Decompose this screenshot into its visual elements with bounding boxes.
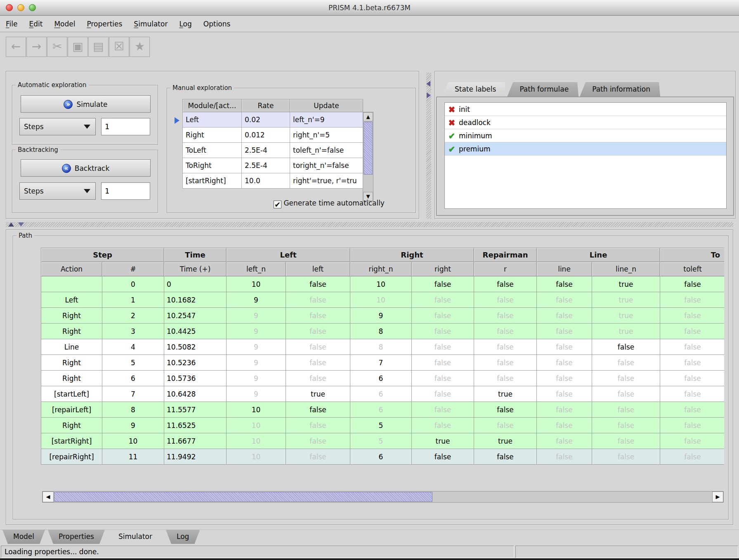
path-cell-left[interactable]: false bbox=[286, 433, 350, 449]
path-cell-time[interactable]: 11.6525 bbox=[164, 418, 227, 433]
simulate-steps-input[interactable]: 1 bbox=[101, 118, 150, 135]
path-cell-r[interactable]: false bbox=[474, 355, 537, 371]
path-cell-left[interactable]: true bbox=[286, 386, 350, 402]
path-cell-left[interactable]: false bbox=[286, 292, 350, 308]
path-row-4[interactable]: Line410.50829false8falsefalsefalsefalsef… bbox=[41, 339, 725, 355]
path-cell-line-n[interactable]: false bbox=[592, 339, 660, 355]
path-cell-r[interactable]: false bbox=[474, 449, 537, 465]
scrollbar-thumb[interactable] bbox=[54, 492, 432, 502]
path-cell-right[interactable]: false bbox=[412, 355, 474, 371]
path-cell-line-n[interactable]: true bbox=[592, 324, 660, 339]
path-cell-action[interactable]: [startRight] bbox=[41, 433, 102, 449]
menu-item-options[interactable]: Options bbox=[203, 16, 231, 32]
path-cell-toleft[interactable]: false bbox=[660, 371, 724, 386]
path-cell-left-n[interactable]: 9 bbox=[227, 355, 286, 371]
path-cell-line[interactable]: false bbox=[537, 449, 592, 465]
path-row-10[interactable]: [startRight]1011.667710false5truetruefal… bbox=[41, 433, 725, 449]
path-cell-toleft[interactable]: false bbox=[660, 276, 724, 292]
scroll-right-icon[interactable]: ▶ bbox=[712, 491, 723, 502]
tab-path-information[interactable]: Path information bbox=[580, 82, 660, 97]
path-cell-line[interactable]: false bbox=[537, 308, 592, 324]
path-cell-left[interactable]: false bbox=[286, 324, 350, 339]
path-cell-step[interactable]: 1 bbox=[102, 292, 164, 308]
path-cell-left-n[interactable]: 10 bbox=[227, 418, 286, 433]
path-cell-r[interactable]: false bbox=[474, 308, 537, 324]
path-cell-time[interactable]: 11.6677 bbox=[164, 433, 227, 449]
path-cell-left-n[interactable]: 10 bbox=[227, 276, 286, 292]
path-cell-right[interactable]: false bbox=[412, 308, 474, 324]
path-cell-action[interactable]: [repairLeft] bbox=[41, 402, 102, 418]
path-cell-r[interactable]: false bbox=[474, 402, 537, 418]
state-label-item-minimum[interactable]: ✔minimum bbox=[445, 129, 726, 142]
path-cell-time[interactable]: 10.5082 bbox=[164, 339, 227, 355]
path-row-5[interactable]: Right510.52369false7falsefalsefalsefalse… bbox=[41, 355, 725, 371]
path-cell-right-n[interactable]: 9 bbox=[350, 308, 412, 324]
path-cell-step[interactable]: 10 bbox=[102, 433, 164, 449]
path-cell-left[interactable]: false bbox=[286, 355, 350, 371]
path-cell-left-n[interactable]: 9 bbox=[227, 324, 286, 339]
path-cell-r[interactable]: false bbox=[474, 418, 537, 433]
path-row-6[interactable]: Right610.57369false6falsefalsefalsefalse… bbox=[41, 371, 725, 386]
star-button[interactable]: ★ bbox=[130, 37, 150, 57]
path-cell-step[interactable]: 11 bbox=[102, 449, 164, 465]
path-cell-action[interactable]: Left bbox=[41, 292, 102, 308]
manual-cell[interactable]: 0.02 bbox=[242, 112, 290, 128]
state-label-item-init[interactable]: ✖init bbox=[445, 103, 726, 116]
cut-button[interactable]: ✂ bbox=[47, 37, 67, 57]
manual-row-right[interactable]: Right0.012right_n'=5 bbox=[183, 128, 363, 143]
path-cell-right[interactable]: false bbox=[412, 418, 474, 433]
manual-col-module-act[interactable]: Module/[act... bbox=[183, 99, 242, 112]
path-cell-line-n[interactable]: false bbox=[592, 418, 660, 433]
path-cell-right[interactable]: false bbox=[412, 276, 474, 292]
path-cell-action[interactable]: Line bbox=[41, 339, 102, 355]
path-cell-action[interactable]: Right bbox=[41, 308, 102, 324]
manual-row-toright[interactable]: ToRight2.5E-4toright_n'=false bbox=[183, 158, 363, 173]
path-cell-line-n[interactable]: false bbox=[592, 433, 660, 449]
path-cell-time[interactable]: 10.2547 bbox=[164, 308, 227, 324]
path-cell-action[interactable] bbox=[41, 276, 102, 292]
path-cell-time[interactable]: 11.5577 bbox=[164, 402, 227, 418]
path-cell-toleft[interactable]: false bbox=[660, 324, 724, 339]
path-cell-right[interactable]: true bbox=[412, 433, 474, 449]
collapse-down-icon[interactable] bbox=[18, 222, 24, 227]
path-cell-time[interactable]: 11.9492 bbox=[164, 449, 227, 465]
menu-item-model[interactable]: Model bbox=[54, 16, 75, 32]
path-cell-line[interactable]: false bbox=[537, 371, 592, 386]
path-cell-line[interactable]: false bbox=[537, 276, 592, 292]
path-cell-toleft[interactable]: false bbox=[660, 355, 724, 371]
path-cell-left-n[interactable]: 9 bbox=[227, 371, 286, 386]
path-cell-line[interactable]: false bbox=[537, 339, 592, 355]
simulate-button[interactable]: »Simulate bbox=[21, 95, 151, 113]
manual-row-left[interactable]: Left0.02left_n'=9 bbox=[183, 112, 363, 128]
path-cell-line-n[interactable]: true bbox=[592, 308, 660, 324]
path-cell-left-n[interactable]: 10 bbox=[227, 402, 286, 418]
manual-cell[interactable]: 2.5E-4 bbox=[242, 158, 290, 173]
path-cell-r[interactable]: false bbox=[474, 339, 537, 355]
path-cell-right-n[interactable]: 6 bbox=[350, 449, 412, 465]
back-arrow-button[interactable]: ← bbox=[6, 37, 26, 57]
path-cell-line-n[interactable]: false bbox=[592, 355, 660, 371]
backtrack-button[interactable]: «Backtrack bbox=[21, 159, 151, 177]
collapse-right-icon[interactable] bbox=[427, 92, 431, 98]
path-cell-r[interactable]: false bbox=[474, 276, 537, 292]
path-cell-right-n[interactable]: 7 bbox=[350, 355, 412, 371]
path-cell-left[interactable]: false bbox=[286, 276, 350, 292]
path-cell-right-n[interactable]: 5 bbox=[350, 433, 412, 449]
path-scrollbar[interactable]: ◀ ▶ bbox=[42, 491, 724, 503]
menu-item-edit[interactable]: Edit bbox=[29, 16, 42, 32]
path-cell-line[interactable]: false bbox=[537, 433, 592, 449]
path-cell-right-n[interactable]: 8 bbox=[350, 324, 412, 339]
path-cell-step[interactable]: 0 bbox=[102, 276, 164, 292]
manual-table-scrollbar[interactable]: ▲ ▼ bbox=[363, 112, 373, 201]
path-cell-toleft[interactable]: false bbox=[660, 433, 724, 449]
path-cell-right[interactable]: false bbox=[412, 339, 474, 355]
menu-item-simulator[interactable]: Simulator bbox=[134, 16, 168, 32]
copy-button[interactable]: ▣ bbox=[68, 37, 88, 57]
path-cell-step[interactable]: 7 bbox=[102, 386, 164, 402]
path-cell-r[interactable]: true bbox=[474, 386, 537, 402]
scroll-up-icon[interactable]: ▲ bbox=[363, 112, 373, 121]
path-cell-left[interactable]: false bbox=[286, 402, 350, 418]
path-cell-right[interactable]: false bbox=[412, 371, 474, 386]
path-cell-time[interactable]: 10.1682 bbox=[164, 292, 227, 308]
path-row-11[interactable]: [repairRight]1111.949210false6falsefalse… bbox=[41, 449, 725, 465]
